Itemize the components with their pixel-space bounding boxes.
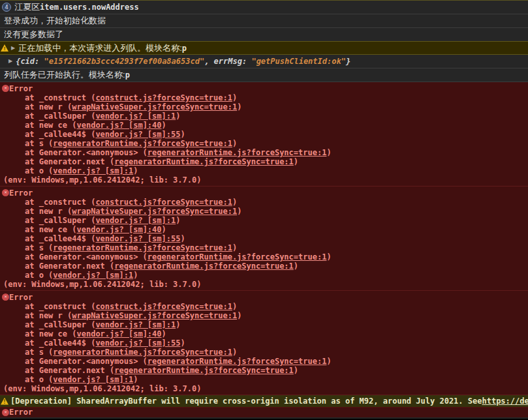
stack-frame: at _construct (construct.js?forceSync=tr…	[3, 93, 523, 102]
stack-source-link[interactable]: construct.js?forceSync=true:1	[95, 198, 232, 207]
stack-source-link[interactable]: vendor.js? [sm]:1	[95, 216, 176, 225]
stack-frame-text: at _callSuper (	[25, 112, 95, 121]
stack-source-link[interactable]: vendor.js? [sm]:1	[53, 166, 133, 175]
stack-frame: at _callSuper (vendor.js? [sm]:1)	[3, 320, 523, 329]
error-env-info: (env: Windows,mp,1.06.2412042; lib: 3.7.…	[3, 175, 523, 185]
warning-text: p	[182, 44, 187, 53]
stack-frame-close: )	[294, 157, 298, 166]
error-message-clipped: ✕Error	[0, 408, 528, 417]
stack-source-link[interactable]: vendor.js? [sm]:40	[76, 121, 161, 130]
error-title: Error	[3, 188, 523, 198]
console-message: 没有更多数据了	[0, 28, 528, 42]
stack-source-link[interactable]: regeneratorRuntime.js?forceSync=true:1	[114, 157, 294, 166]
error-message: ✕Errorat _construct (construct.js?forceS…	[0, 187, 528, 291]
stack-source-link[interactable]: vendor.js? [sm]:1	[95, 112, 176, 121]
stack-frame-text: at Generator.next (	[25, 262, 114, 271]
stack-frame-text: at new r (	[25, 311, 72, 320]
stack-frame-close: )	[176, 216, 180, 225]
message-text: 没有更多数据了	[4, 29, 63, 40]
stack-frame-close: )	[237, 102, 241, 112]
stack-source-link[interactable]: regeneratorRuntime.js?forceSync=true:1	[53, 348, 232, 357]
stack-frame-close: )	[232, 243, 237, 252]
stack-source-link[interactable]: regeneratorRuntime.js?forceSync=true:1	[114, 262, 294, 271]
stack-frame-text: at new ce (	[25, 225, 76, 234]
stack-source-link[interactable]: regeneratorRuntime.js?forceSync=true:1	[148, 252, 327, 262]
message-text: item.users.nowAddress	[40, 3, 139, 12]
warning-message: !▶正在加载中，本次请求进入列队。模块名称:p	[0, 41, 528, 55]
stack-frame: at s (regeneratorRuntime.js?forceSync=tr…	[3, 243, 523, 252]
error-icon: ✕	[2, 409, 9, 416]
stack-source-link[interactable]: regeneratorRuntime.js?forceSync=true:1	[148, 148, 327, 157]
stack-frame-text: at o (	[25, 375, 53, 384]
stack-frame: at _construct (construct.js?forceSync=tr…	[3, 302, 523, 311]
repeat-count-badge: 4	[2, 3, 11, 12]
stack-source-link[interactable]: construct.js?forceSync=true:1	[95, 93, 232, 102]
stack-frame: at o (vendor.js? [sm]:1)	[3, 271, 523, 280]
stack-frame-text: at Generator.next (	[25, 157, 114, 166]
stack-source-link[interactable]: regeneratorRuntime.js?forceSync=true:1	[53, 243, 232, 252]
stack-frame: at s (regeneratorRuntime.js?forceSync=tr…	[3, 139, 523, 148]
stack-frame-close: )	[326, 252, 331, 262]
stack-frame-close: )	[162, 121, 166, 130]
stack-source-link[interactable]: vendor.js? [sm]:55	[95, 130, 180, 139]
error-message: ✕Errorat _construct (construct.js?forceS…	[0, 82, 528, 187]
stack-source-link[interactable]: vendor.js? [sm]:55	[95, 338, 180, 348]
expand-triangle-icon[interactable]: ▶	[8, 58, 12, 65]
stack-source-link[interactable]: wrapNativeSuper.js?forceSync=true:1	[72, 102, 237, 112]
deprecation-link[interactable]: https://developer.ch	[482, 397, 528, 406]
stack-frame: at _construct (construct.js?forceSync=tr…	[3, 198, 523, 207]
expand-triangle-icon[interactable]: ▶	[11, 45, 15, 52]
stack-frame-close: )	[294, 366, 298, 375]
stack-frame-text: at o (	[25, 271, 53, 280]
stack-frame: at o (vendor.js? [sm]:1)	[3, 375, 523, 384]
stack-frame-text: at _construct (	[25, 302, 95, 311]
stack-frame: at Generator.<anonymous> (regeneratorRun…	[3, 357, 523, 366]
stack-source-link[interactable]: regeneratorRuntime.js?forceSync=true:1	[53, 139, 232, 148]
stack-source-link[interactable]: vendor.js? [sm]:1	[53, 375, 133, 384]
console-message: 列队任务已开始执行。模块名称:p	[0, 68, 528, 82]
error-icon: ✕	[2, 189, 9, 196]
stack-source-link[interactable]: vendor.js? [sm]:40	[76, 329, 161, 338]
warning-icon: !	[1, 398, 8, 405]
object-string-value: "e15f21662b3ccc4293f7ef00a8a653cd"	[44, 57, 205, 66]
stack-frame-text: at _callee44$ (	[25, 130, 95, 139]
stack-frame-text: at s (	[25, 139, 53, 148]
stack-frame: at new ce (vendor.js? [sm]:40)	[3, 225, 523, 234]
stack-frame: at _callee44$ (vendor.js? [sm]:55)	[3, 338, 523, 348]
stack-frame-close: )	[326, 357, 331, 366]
stack-source-link[interactable]: vendor.js? [sm]:40	[76, 225, 161, 234]
message-text: 登录成功，开始初始化数据	[4, 15, 106, 27]
deprecation-warning: ![Deprecation] SharedArrayBuffer will re…	[0, 395, 528, 408]
error-title: Error	[3, 293, 523, 302]
warning-icon: !	[1, 44, 8, 52]
stack-frame: at new r (wrapNativeSuper.js?forceSync=t…	[3, 207, 523, 216]
stack-source-link[interactable]: regeneratorRuntime.js?forceSync=true:1	[148, 357, 327, 366]
stack-source-link[interactable]: vendor.js? [sm]:1	[53, 271, 133, 280]
message-text: p	[125, 70, 130, 80]
stack-frame-text: at _callee44$ (	[25, 234, 95, 243]
stack-frame-close: )	[180, 130, 185, 139]
stack-frame-close: )	[232, 302, 237, 311]
stack-frame-close: )	[232, 139, 237, 148]
stack-frame-text: at _construct (	[25, 198, 95, 207]
object-preview: {cid: "e15f21662b3ccc4293f7ef00a8a653cd"…	[16, 57, 350, 66]
object-string-value: "getPushClientId:ok"	[251, 57, 346, 66]
stack-frame-close: )	[176, 112, 180, 121]
stack-frame-close: )	[180, 234, 185, 243]
stack-source-link[interactable]: construct.js?forceSync=true:1	[95, 302, 232, 311]
stack-frame-close: )	[326, 148, 331, 157]
stack-source-link[interactable]: wrapNativeSuper.js?forceSync=true:1	[72, 207, 237, 216]
stack-source-link[interactable]: regeneratorRuntime.js?forceSync=true:1	[114, 366, 294, 375]
stack-frame-close: )	[294, 262, 298, 271]
error-env-info: (env: Windows,mp,1.06.2412042; lib: 3.7.…	[3, 280, 523, 289]
stack-frame: at o (vendor.js? [sm]:1)	[3, 166, 523, 175]
stack-frame-text: at _callSuper (	[25, 216, 95, 225]
error-title: Error	[9, 408, 33, 417]
stack-source-link[interactable]: vendor.js? [sm]:1	[95, 320, 176, 329]
stack-source-link[interactable]: wrapNativeSuper.js?forceSync=true:1	[72, 311, 237, 320]
object-key: , errMsg:	[204, 57, 251, 66]
error-env-info: (env: Windows,mp,1.06.2412042; lib: 3.7.…	[3, 384, 523, 393]
stack-frame-close: )	[180, 338, 185, 348]
object-key: {cid:	[16, 57, 44, 66]
stack-source-link[interactable]: vendor.js? [sm]:55	[95, 234, 180, 243]
